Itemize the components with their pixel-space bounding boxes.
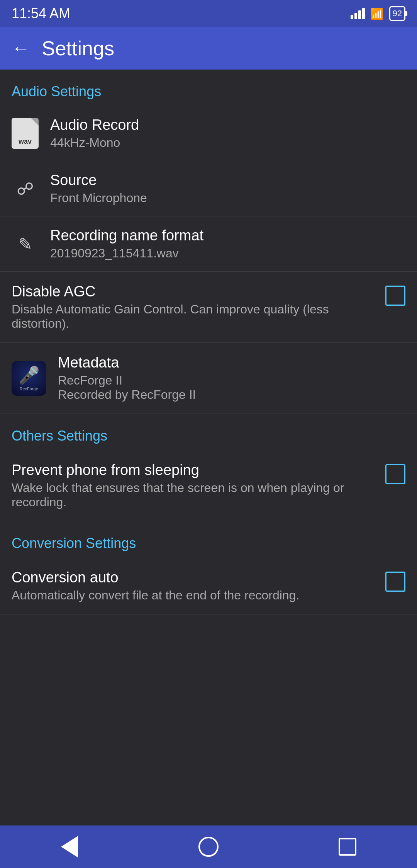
- pencil-icon-container: ✎: [12, 230, 39, 257]
- recording-format-subtitle: 20190923_115411.wav: [50, 246, 405, 260]
- metadata-text: Metadata RecForge II Recorded by RecForg…: [58, 354, 405, 402]
- prevent-sleeping-title: Prevent phone from sleeping: [12, 462, 378, 478]
- recording-format-text: Recording name format 20190923_115411.wa…: [50, 227, 405, 260]
- nav-recent-icon: [339, 838, 356, 856]
- setting-item-disable-agc[interactable]: Disable AGC Disable Automatic Gain Contr…: [0, 272, 417, 343]
- setting-item-prevent-sleeping[interactable]: Prevent phone from sleeping Wake lock th…: [0, 450, 417, 521]
- metadata-line1: RecForge II: [58, 373, 405, 388]
- setting-item-recording-format[interactable]: ✎ Recording name format 20190923_115411.…: [0, 216, 417, 272]
- microphone-icon: 🎤: [19, 365, 40, 385]
- setting-item-metadata[interactable]: 🎤 RecForge Metadata RecForge II Recorded…: [0, 343, 417, 414]
- status-bar: 11:54 AM 📶 92: [0, 0, 417, 27]
- audio-record-text: Audio Record 44kHz-Mono: [50, 117, 405, 150]
- phone-icon: ☍: [17, 179, 34, 199]
- source-text: Source Front Microphone: [50, 172, 405, 205]
- battery-indicator: 92: [389, 6, 405, 21]
- nav-home-button[interactable]: [193, 831, 224, 862]
- setting-item-conversion-auto[interactable]: Conversion auto Automatically convert fi…: [0, 558, 417, 614]
- recforge-brand-label: RecForge: [20, 387, 38, 391]
- disable-agc-checkbox[interactable]: [385, 286, 405, 306]
- battery-level: 92: [393, 9, 402, 19]
- conversion-auto-text: Conversion auto Automatically convert fi…: [12, 569, 378, 602]
- nav-bar: [0, 825, 417, 868]
- prevent-sleeping-subtitle: Wake lock that ensures that the screen i…: [12, 481, 378, 509]
- setting-item-audio-record[interactable]: wav Audio Record 44kHz-Mono: [0, 106, 417, 161]
- settings-content: Audio Settings wav Audio Record 44kHz-Mo…: [0, 70, 417, 661]
- signal-icon: [351, 8, 365, 19]
- disable-agc-subtitle: Disable Automatic Gain Control. Can impr…: [12, 302, 378, 331]
- nav-back-button[interactable]: [54, 831, 85, 862]
- section-header-audio: Audio Settings: [0, 70, 417, 106]
- section-header-conversion: Conversion Settings: [0, 521, 417, 558]
- nav-back-icon: [61, 836, 78, 858]
- disable-agc-text: Disable AGC Disable Automatic Gain Contr…: [12, 283, 378, 331]
- audio-record-subtitle: 44kHz-Mono: [50, 136, 405, 150]
- status-icons: 📶 92: [351, 6, 405, 21]
- audio-record-title: Audio Record: [50, 117, 405, 133]
- app-bar-title: Settings: [42, 37, 114, 60]
- metadata-title: Metadata: [58, 354, 405, 371]
- pencil-icon: ✎: [18, 234, 32, 254]
- nav-home-icon: [198, 837, 219, 857]
- conversion-auto-subtitle: Automatically convert file at the end of…: [12, 588, 378, 602]
- status-time: 11:54 AM: [12, 5, 70, 22]
- wav-icon-container: wav: [12, 120, 39, 147]
- app-bar: ← Settings: [0, 27, 417, 70]
- setting-item-source[interactable]: ☍ Source Front Microphone: [0, 161, 417, 216]
- phone-icon-container: ☍: [12, 175, 39, 202]
- back-button[interactable]: ←: [12, 39, 30, 58]
- metadata-line2: Recorded by RecForge II: [58, 388, 405, 402]
- recforge-icon-bg: 🎤 RecForge: [12, 361, 46, 396]
- conversion-auto-checkbox[interactable]: [385, 572, 405, 592]
- recording-format-title: Recording name format: [50, 227, 405, 244]
- section-header-others: Others Settings: [0, 414, 417, 450]
- nav-recent-button[interactable]: [332, 831, 363, 862]
- source-subtitle: Front Microphone: [50, 191, 405, 205]
- disable-agc-title: Disable AGC: [12, 283, 378, 300]
- source-title: Source: [50, 172, 405, 189]
- wav-file-icon: wav: [12, 118, 39, 149]
- prevent-sleeping-text: Prevent phone from sleeping Wake lock th…: [12, 462, 378, 509]
- wifi-icon: 📶: [370, 7, 384, 20]
- recforge-icon-container: 🎤 RecForge: [12, 361, 46, 396]
- conversion-auto-title: Conversion auto: [12, 569, 378, 586]
- prevent-sleeping-checkbox[interactable]: [385, 464, 405, 484]
